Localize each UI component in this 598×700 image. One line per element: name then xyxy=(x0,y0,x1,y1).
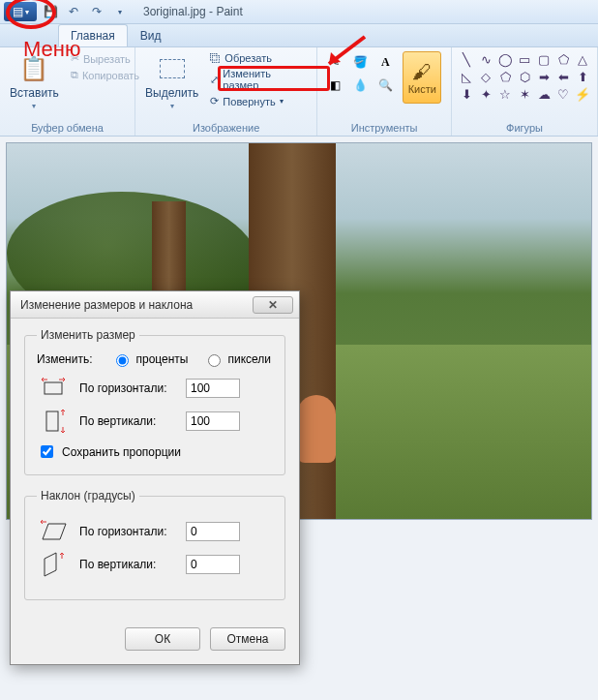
undo-button[interactable]: ↶ xyxy=(64,2,83,21)
shape-curve[interactable]: ∿ xyxy=(477,51,494,67)
text-tool[interactable]: A xyxy=(374,51,397,73)
group-image-label: Изображение xyxy=(141,120,311,134)
ribbon: 📋 Вставить ▾ ✂ Вырезать ⧉ Копировать Буф… xyxy=(0,47,598,137)
crop-label: Обрезать xyxy=(224,52,272,64)
group-clipboard-label: Буфер обмена xyxy=(6,120,129,134)
change-by-label: Изменить: xyxy=(37,352,92,366)
skew-legend: Наклон (градусы) xyxy=(37,489,139,502)
rotate-button[interactable]: ⟳ Повернуть ▾ xyxy=(208,94,311,108)
brushes-button[interactable]: 🖌 Кисти xyxy=(403,51,441,104)
radio-pixels-input[interactable] xyxy=(208,354,221,367)
shape-diamond[interactable]: ◇ xyxy=(477,69,494,84)
skew-h-input[interactable] xyxy=(186,522,240,541)
radio-percent-input[interactable] xyxy=(116,354,129,367)
file-icon: ▤ xyxy=(13,5,23,18)
shape-arrow-r[interactable]: ➡ xyxy=(535,69,553,84)
dialog-title: Изменение размеров и наклона xyxy=(20,298,193,312)
resize-v-input[interactable] xyxy=(186,411,240,431)
cut-button[interactable]: ✂ Вырезать xyxy=(69,51,141,66)
rotate-label: Повернуть xyxy=(223,96,275,107)
select-label: Выделить xyxy=(145,86,198,100)
shape-star6[interactable]: ✶ xyxy=(516,86,533,102)
chevron-down-icon: ▾ xyxy=(32,102,36,110)
skew-v-icon xyxy=(37,551,70,578)
tab-view[interactable]: Вид xyxy=(128,24,174,46)
crop-icon: ⿻ xyxy=(210,52,221,64)
shape-arrow-u[interactable]: ⬆ xyxy=(574,69,591,84)
redo-icon: ↷ xyxy=(92,5,102,18)
redo-button[interactable]: ↷ xyxy=(87,2,106,21)
save-button[interactable]: 💾 xyxy=(41,2,60,21)
undo-icon: ↶ xyxy=(69,5,78,18)
brushes-label: Кисти xyxy=(408,83,436,95)
cut-label: Вырезать xyxy=(83,53,131,65)
shape-rtriangle[interactable]: ◺ xyxy=(458,69,475,84)
group-clipboard: 📋 Вставить ▾ ✂ Вырезать ⧉ Копировать Буф… xyxy=(0,47,135,136)
radio-percent-label: проценты xyxy=(135,352,188,366)
paste-button[interactable]: 📋 Вставить ▾ xyxy=(6,51,63,112)
skew-fieldset: Наклон (градусы) По горизонтали: По верт… xyxy=(24,489,285,600)
radio-pixels[interactable]: пиксели xyxy=(203,351,271,367)
radio-percent[interactable]: проценты xyxy=(111,351,188,367)
crop-button[interactable]: ⿻ Обрезать xyxy=(208,51,311,65)
select-button[interactable]: Выделить ▾ xyxy=(141,51,202,112)
zoom-tool[interactable]: 🔍 xyxy=(374,75,397,96)
eraser-tool[interactable]: ◧ xyxy=(323,75,346,96)
resize-icon: ⤢ xyxy=(210,74,219,86)
shape-arrow-l[interactable]: ⬅ xyxy=(554,69,572,84)
group-tools-label: Инструменты xyxy=(323,120,445,134)
shape-hexagon[interactable]: ⬡ xyxy=(516,69,533,84)
copy-button[interactable]: ⧉ Копировать xyxy=(69,68,141,82)
shape-arrow-d[interactable]: ⬇ xyxy=(458,86,475,102)
shape-roundrect[interactable]: ▢ xyxy=(535,51,553,67)
shape-star4[interactable]: ✦ xyxy=(477,86,494,102)
dialog-titlebar[interactable]: Изменение размеров и наклона ✕ xyxy=(11,291,299,319)
chevron-down-icon: ▾ xyxy=(280,97,284,106)
shape-callout[interactable]: ☁ xyxy=(535,86,553,102)
select-icon xyxy=(160,59,185,78)
file-menu-button[interactable]: ▤ ▾ xyxy=(4,2,37,21)
resize-v-label: По вертикали: xyxy=(79,414,176,428)
skew-h-label: По горизонтали: xyxy=(79,525,176,538)
resize-h-input[interactable] xyxy=(186,379,240,398)
rotate-icon: ⟳ xyxy=(210,95,219,107)
ok-button[interactable]: ОК xyxy=(125,627,200,651)
cut-icon: ✂ xyxy=(71,52,79,65)
shape-triangle[interactable]: △ xyxy=(574,51,591,67)
shape-rect[interactable]: ▭ xyxy=(516,51,533,67)
tab-home[interactable]: Главная xyxy=(58,24,128,46)
resize-fieldset: Изменить размер Изменить: проценты пиксе… xyxy=(24,328,285,475)
group-shapes-label: Фигуры xyxy=(458,120,591,134)
resize-skew-dialog: Изменение размеров и наклона ✕ Изменить … xyxy=(10,290,300,665)
keep-aspect-label: Сохранить пропорции xyxy=(62,445,181,459)
brush-icon: 🖌 xyxy=(412,61,432,83)
title-bar: ▤ ▾ 💾 ↶ ↷ ▾ 3original.jpg - Paint xyxy=(0,0,598,24)
shape-heart[interactable]: ♡ xyxy=(554,86,572,102)
shape-lightning[interactable]: ⚡ xyxy=(574,86,591,102)
pencil-tool[interactable]: ✎ xyxy=(323,51,346,73)
skew-v-input[interactable] xyxy=(186,555,240,574)
radio-pixels-label: пиксели xyxy=(227,352,271,366)
shape-pentagon[interactable]: ⬠ xyxy=(496,69,514,84)
fill-tool[interactable]: 🪣 xyxy=(348,51,372,73)
shape-polygon[interactable]: ⬠ xyxy=(554,51,572,67)
picker-tool[interactable]: 💧 xyxy=(348,75,372,96)
dialog-close-button[interactable]: ✕ xyxy=(253,296,293,314)
paste-label: Вставить xyxy=(10,86,59,100)
qat-customize[interactable]: ▾ xyxy=(110,2,130,21)
resize-label: Изменить размер xyxy=(223,68,309,91)
group-tools: ✎ 🪣 A ◧ 💧 🔍 🖌 Кисти Инструменты xyxy=(317,47,452,136)
close-icon: ✕ xyxy=(268,298,278,312)
shape-star5[interactable]: ☆ xyxy=(496,86,514,102)
shape-oval[interactable]: ◯ xyxy=(496,51,514,67)
shapes-gallery[interactable]: ╲ ∿ ◯ ▭ ▢ ⬠ △ ◺ ◇ ⬠ ⬡ ➡ ⬅ ⬆ ⬇ ✦ ☆ ✶ ☁ ♡ xyxy=(458,51,591,102)
group-image: Выделить ▾ ⿻ Обрезать ⤢ Изменить размер … xyxy=(135,47,317,136)
ribbon-tabs: Главная Вид xyxy=(0,24,598,47)
shape-line[interactable]: ╲ xyxy=(458,51,475,67)
window-title: 3original.jpg - Paint xyxy=(143,5,243,18)
resize-button[interactable]: ⤢ Изменить размер xyxy=(208,67,311,92)
keep-aspect-checkbox[interactable] xyxy=(41,445,53,458)
cancel-button[interactable]: Отмена xyxy=(210,627,285,651)
resize-h-label: По горизонтали: xyxy=(79,381,176,395)
resize-v-icon xyxy=(37,408,70,435)
